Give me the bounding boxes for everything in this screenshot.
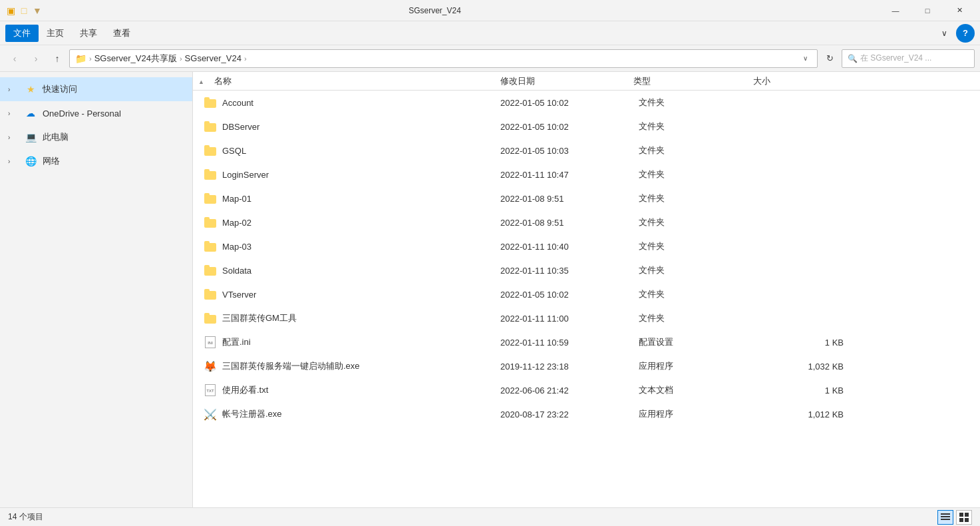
table-row[interactable]: Soldata 2022-01-11 10:35 文件夹 — [193, 258, 980, 282]
file-date: 2022-01-11 10:47 — [500, 170, 633, 180]
table-row[interactable]: INI 配置.ini 2022-01-11 10:59 配置设置 1 KB — [193, 330, 980, 354]
expand-icon-pc: › — [8, 134, 19, 141]
column-header: ▲ 名称 修改日期 类型 大小 — [193, 72, 980, 91]
table-row[interactable]: Map-03 2022-01-11 10:40 文件夹 — [193, 234, 980, 258]
menu-item-file[interactable]: 文件 — [5, 25, 39, 42]
search-bar[interactable]: 🔍 在 SGserver_V24 ... — [842, 49, 975, 68]
sort-indicator: ▲ — [198, 76, 209, 86]
file-type: 应用程序 — [639, 408, 758, 420]
file-type: 文件夹 — [639, 144, 758, 156]
net-icon: 🌐 — [24, 156, 37, 166]
txt-icon: TXT — [205, 384, 216, 396]
up-button[interactable]: ↑ — [48, 49, 67, 68]
col-header-size[interactable]: 大小 — [748, 75, 828, 87]
expand-icon-net: › — [8, 158, 19, 165]
breadcrumb-item-current[interactable]: SGserver_V24 — [185, 53, 242, 63]
file-type: 文件夹 — [639, 264, 758, 276]
file-date: 2022-06-06 21:42 — [500, 386, 633, 395]
breadcrumb-folder-icon: 📁 — [75, 53, 86, 64]
col-header-name[interactable]: 名称 — [209, 75, 495, 87]
folder-icon — [204, 121, 217, 132]
svg-rect-2 — [941, 519, 950, 520]
folder-icon — [204, 241, 217, 252]
file-size: 1 KB — [764, 386, 844, 395]
table-row[interactable]: TXT 使用必看.txt 2022-06-06 21:42 文本文档 1 KB — [193, 378, 980, 402]
sidebar-item-quick-access[interactable]: › ★ 快速访问 — [0, 77, 192, 101]
table-row[interactable]: ⚔️ 帐号注册器.exe 2020-08-17 23:22 应用程序 1,012… — [193, 402, 980, 426]
file-type: 文件夹 — [639, 312, 758, 324]
file-date: 2022-01-08 9:51 — [500, 194, 633, 204]
file-date: 2020-08-17 23:22 — [500, 409, 633, 419]
file-list: Account 2022-01-05 10:02 文件夹 DBServer 20… — [193, 91, 980, 507]
back-button[interactable]: ‹ — [5, 49, 24, 68]
cloud-icon: ☁ — [24, 108, 37, 119]
minimize-button[interactable]: — — [880, 0, 911, 21]
close-button[interactable]: ✕ — [944, 0, 975, 21]
help-button[interactable]: ? — [956, 24, 975, 43]
file-icon-col — [204, 145, 217, 156]
col-date-label: 修改日期 — [500, 75, 535, 87]
expand-icon-quick: › — [8, 86, 19, 93]
file-size: 1 KB — [764, 338, 844, 348]
breadcrumb-sep2: › — [180, 55, 182, 63]
table-row[interactable]: Account 2022-01-05 10:02 文件夹 — [193, 91, 980, 115]
breadcrumb-sep3: › — [244, 55, 247, 63]
file-icon-col — [204, 121, 217, 132]
list-view-button[interactable] — [937, 510, 953, 525]
file-type: 配置设置 — [639, 336, 758, 348]
file-type: 文件夹 — [639, 216, 758, 228]
search-icon: 🔍 — [848, 54, 858, 63]
breadcrumb-item-parent[interactable]: SGserver_V24共享版 — [94, 53, 177, 65]
col-header-date[interactable]: 修改日期 — [495, 75, 628, 87]
file-icon-col — [204, 241, 217, 252]
forward-button[interactable]: › — [27, 49, 45, 68]
file-type: 文件夹 — [639, 121, 758, 132]
breadcrumb-sep1: › — [89, 55, 92, 63]
table-row[interactable]: Map-01 2022-01-08 9:51 文件夹 — [193, 186, 980, 210]
sidebar-item-onedrive[interactable]: › ☁ OneDrive - Personal — [0, 101, 192, 125]
file-name: DBServer — [222, 122, 495, 132]
refresh-button[interactable]: ↻ — [820, 49, 839, 68]
sidebar-item-this-pc[interactable]: › 💻 此电脑 — [0, 125, 192, 149]
grid-view-button[interactable] — [956, 510, 972, 525]
svg-rect-6 — [965, 518, 969, 522]
file-area: ▲ 名称 修改日期 类型 大小 Account 2022-01-05 10:02… — [193, 72, 980, 507]
file-name: 帐号注册器.exe — [222, 408, 495, 420]
maximize-button[interactable]: □ — [912, 0, 943, 21]
folder-icon — [204, 217, 217, 228]
file-icon-col: 🦊 — [204, 360, 217, 373]
file-name: Map-01 — [222, 194, 495, 204]
folder-icon — [204, 265, 217, 276]
file-icon-col — [204, 313, 217, 324]
file-date: 2022-01-11 10:40 — [500, 242, 633, 252]
col-header-type[interactable]: 类型 — [628, 75, 748, 87]
file-icon-col — [204, 289, 217, 300]
file-icon-col — [204, 193, 217, 204]
menu-item-home[interactable]: 主页 — [39, 25, 72, 42]
file-date: 2022-01-11 11:00 — [500, 314, 633, 324]
table-row[interactable]: 三国群英传GM工具 2022-01-11 11:00 文件夹 — [193, 306, 980, 330]
menu-item-share[interactable]: 共享 — [72, 25, 105, 42]
menu-item-view[interactable]: 查看 — [105, 25, 138, 42]
ini-icon: INI — [205, 336, 216, 348]
file-type: 文本文档 — [639, 384, 758, 396]
status-bar: 14 个项目 — [0, 507, 980, 526]
table-row[interactable]: LoginServer 2022-01-11 10:47 文件夹 — [193, 162, 980, 186]
exe-icon-1: 🦊 — [204, 360, 217, 373]
table-row[interactable]: DBServer 2022-01-05 10:02 文件夹 — [193, 115, 980, 138]
sidebar-item-network[interactable]: › 🌐 网络 — [0, 149, 192, 173]
table-row[interactable]: Map-02 2022-01-08 9:51 文件夹 — [193, 210, 980, 234]
table-row[interactable]: VTserver 2022-01-05 10:02 文件夹 — [193, 282, 980, 306]
file-name: Account — [222, 98, 495, 108]
menu-chevron-icon[interactable]: ∨ — [935, 24, 953, 43]
menu-right: ∨ ? — [935, 24, 975, 43]
file-name: VTserver — [222, 290, 495, 300]
folder-icon — [204, 97, 217, 108]
table-row[interactable]: GSQL 2022-01-05 10:03 文件夹 — [193, 138, 980, 162]
sidebar-label-quick: 快速访问 — [43, 83, 77, 95]
breadcrumb-dropdown-icon[interactable]: ∨ — [798, 52, 812, 65]
sidebar-label-net: 网络 — [43, 155, 60, 167]
sidebar-label-onedrive: OneDrive - Personal — [43, 109, 121, 119]
file-date: 2022-01-05 10:02 — [500, 122, 633, 132]
table-row[interactable]: 🦊 三国群英传服务端一键启动辅助.exe 2019-11-12 23:18 应用… — [193, 354, 980, 378]
